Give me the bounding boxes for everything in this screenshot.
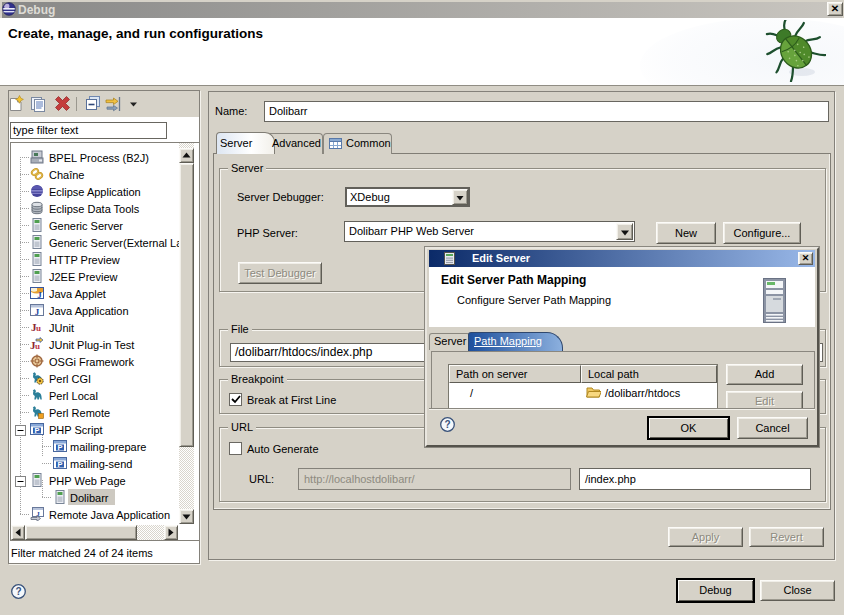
svg-text:P: P	[57, 460, 62, 469]
svg-text:J: J	[37, 290, 42, 300]
svg-text:P: P	[34, 426, 39, 435]
svg-text:u: u	[36, 323, 41, 333]
svg-text:J: J	[35, 307, 40, 317]
svg-text:u: u	[35, 341, 40, 351]
svg-text:?: ?	[444, 419, 450, 430]
svg-text:?: ?	[15, 586, 21, 597]
svg-text:P: P	[57, 443, 62, 452]
